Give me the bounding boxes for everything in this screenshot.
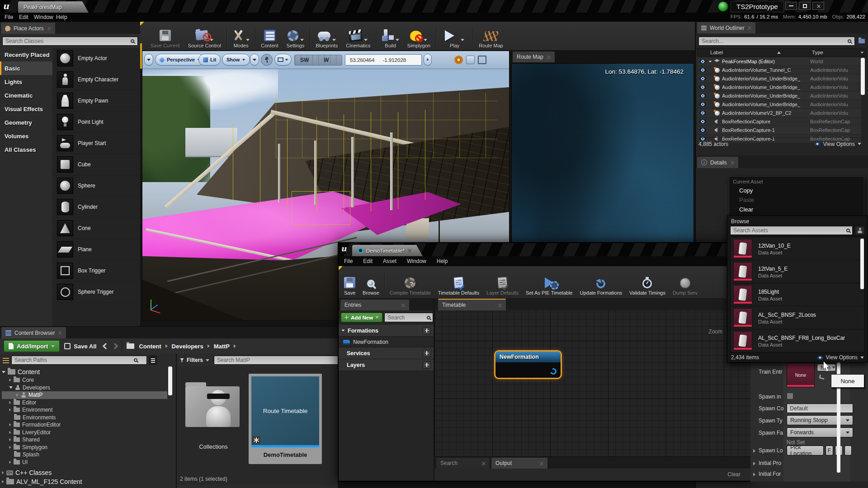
spawn-condition-input[interactable]	[787, 404, 853, 413]
actor-player-start[interactable]: Player Start	[53, 133, 140, 154]
blueprints-button[interactable]: Blueprints	[311, 23, 342, 50]
close-icon[interactable]	[58, 331, 62, 335]
tt-timetable-defaults-button[interactable]: Timetable Defaults	[434, 267, 483, 297]
search-assets-input[interactable]	[730, 226, 853, 235]
visibility-eye-icon[interactable]	[699, 128, 706, 132]
actor-empty-actor[interactable]: Empty Actor	[53, 48, 140, 69]
pick-location-button[interactable]: Pick Location	[787, 446, 824, 455]
services-section[interactable]: Services	[339, 347, 434, 359]
tree-item-cpp-classes[interactable]: C++ Classes	[2, 468, 167, 477]
context-menu-clear[interactable]: Clear	[729, 205, 864, 214]
outliner-row[interactable]: PeakForestMap (Editor)World	[697, 57, 861, 66]
demotimetable-tile[interactable]: Route Timetable DemoTimetable	[249, 374, 322, 464]
world-outliner-tab[interactable]: World Outliner	[697, 22, 755, 33]
actor-sphere[interactable]: Sphere	[53, 175, 140, 197]
search-paths-input[interactable]	[11, 356, 147, 365]
visibility-eye-icon[interactable]	[699, 68, 706, 72]
breadcrumb-developers[interactable]: Developers	[172, 343, 203, 350]
viewport-coordinates[interactable]: 53.260464 -1.912028	[345, 54, 422, 66]
simplygon-button[interactable]: Simplygon	[403, 23, 434, 50]
entries-tab[interactable]: Entries	[340, 300, 409, 310]
newformation-node[interactable]: NewFormation	[494, 350, 562, 379]
camera-view-icon[interactable]	[466, 56, 475, 64]
close-button[interactable]	[812, 2, 824, 10]
new-folder-button[interactable]	[857, 37, 867, 46]
category-visual-effects[interactable]: Visual Effects	[0, 102, 52, 116]
tree-item-alv-rotemcore[interactable]: ALV_ML_RotemCore Content	[2, 486, 167, 487]
outliner-search-input[interactable]	[698, 37, 855, 46]
close-icon[interactable]	[407, 249, 411, 253]
visibility-eye-icon[interactable]	[699, 85, 706, 89]
tree-item-environment[interactable]: Environment	[2, 406, 167, 414]
forward-button[interactable]	[112, 343, 118, 349]
perspective-button[interactable]: Perspective	[155, 54, 205, 66]
category-lights[interactable]: Lights	[0, 75, 52, 89]
tree-item-core[interactable]: Core	[2, 376, 167, 384]
tree-item-liveryeditor[interactable]: LiveryEditor	[2, 429, 167, 436]
actor-empty-character[interactable]: Empty Character	[53, 69, 140, 90]
outliner-row[interactable]: AudioInteriorVolume_UnderBridge_AudioInt…	[697, 75, 861, 83]
clear-button[interactable]: Clear	[727, 471, 741, 478]
context-menu-copy[interactable]: Copy	[729, 186, 864, 195]
sources-toggle[interactable]	[3, 356, 157, 365]
expander-icon[interactable]	[753, 473, 755, 476]
visibility-eye-icon[interactable]	[699, 102, 706, 107]
visibility-eye-icon[interactable]	[699, 119, 706, 124]
output-tab[interactable]: Output	[491, 458, 547, 469]
save-current-button[interactable]: Save Current	[146, 23, 184, 50]
tt-save-button[interactable]: Save	[340, 267, 359, 297]
outliner-row[interactable]: AudioInteriorVolume_UnderBridge_AudioInt…	[697, 100, 861, 109]
tree-item-formationeditor[interactable]: FormationEditor	[2, 421, 167, 429]
tt-dump-button[interactable]: Dump Serv	[669, 267, 701, 297]
close-icon[interactable]	[747, 26, 751, 30]
maximize-viewport-icon[interactable]	[478, 56, 486, 64]
actor-empty-pawn[interactable]: Empty Pawn	[53, 90, 140, 112]
show-button[interactable]: Show	[222, 54, 250, 66]
outliner-row[interactable]: AudioInteriorVolumeV2_BP_C2AudioInterior…	[697, 109, 861, 117]
outliner-scrollbar[interactable]	[861, 58, 865, 95]
tree-item-environments[interactable]: Environments	[2, 414, 167, 422]
picker-view-options[interactable]: View Options	[817, 354, 864, 361]
category-geometry[interactable]: Geometry	[0, 116, 52, 129]
add-service-button[interactable]	[423, 350, 431, 357]
category-basic[interactable]: Basic	[0, 61, 52, 75]
entries-search-input[interactable]	[384, 313, 433, 322]
collections-folder[interactable]: Collections	[182, 376, 245, 462]
visibility-eye-icon[interactable]	[699, 76, 706, 81]
actor-sphere-trigger[interactable]: Sphere Trigger	[53, 282, 140, 303]
train-entry-thumbnail[interactable]: None	[787, 363, 815, 387]
expander-icon[interactable]	[753, 462, 755, 465]
tree-item-ui[interactable]: UI	[2, 459, 167, 466]
asset-row[interactable]: 12tVan_10_EData Asset	[731, 237, 864, 260]
menu-asset[interactable]: Asset	[383, 258, 396, 264]
lit-button[interactable]: Lit	[198, 54, 221, 66]
place-actors-tab[interactable]: Place Actors	[1, 23, 55, 34]
view-list-button[interactable]	[149, 356, 157, 365]
actor-box-trigger[interactable]: Box Trigger	[53, 260, 140, 282]
asset-list-scrollbar[interactable]	[860, 239, 864, 289]
graph-canvas[interactable]: Zoom NewFormation	[434, 310, 750, 457]
timetable-window[interactable]: u DemoTimetable* File Edit Asset Window …	[338, 242, 751, 482]
spawn-in-checkbox[interactable]	[787, 393, 793, 399]
menu-file[interactable]: File	[5, 14, 13, 20]
type-filter-icon[interactable]	[861, 52, 863, 53]
timetable-window-tab[interactable]: DemoTimetable*	[352, 245, 423, 256]
layers-section[interactable]: Layers	[339, 359, 434, 371]
menu-window[interactable]: Window	[407, 258, 426, 264]
details-tab[interactable]: i Details	[697, 157, 738, 168]
asset-row[interactable]: AL_ScC_BNSF_2LocosData Asset	[731, 306, 864, 329]
menu-edit[interactable]: Edit	[19, 14, 28, 20]
outliner-row[interactable]: AudioInteriorVolume_UnderBridge_AudioInt…	[697, 92, 861, 100]
tree-item-shared[interactable]: Shared	[2, 436, 167, 444]
category-all-classes[interactable]: All Classes	[0, 143, 52, 156]
category-volumes[interactable]: Volumes	[0, 129, 52, 143]
formations-section[interactable]: Formations	[339, 325, 434, 337]
tree-item-editor[interactable]: Editor	[2, 399, 167, 407]
search-results-tab[interactable]: Search	[436, 458, 490, 469]
camera-speed-button[interactable]	[250, 54, 259, 66]
settings-button[interactable]: Settings	[283, 23, 309, 50]
spawn-facing-dropdown[interactable]: Forwards	[787, 427, 853, 437]
source-control-button[interactable]: Source Control	[184, 23, 225, 50]
search-classes-input[interactable]	[2, 37, 138, 46]
close-icon[interactable]	[47, 26, 51, 30]
